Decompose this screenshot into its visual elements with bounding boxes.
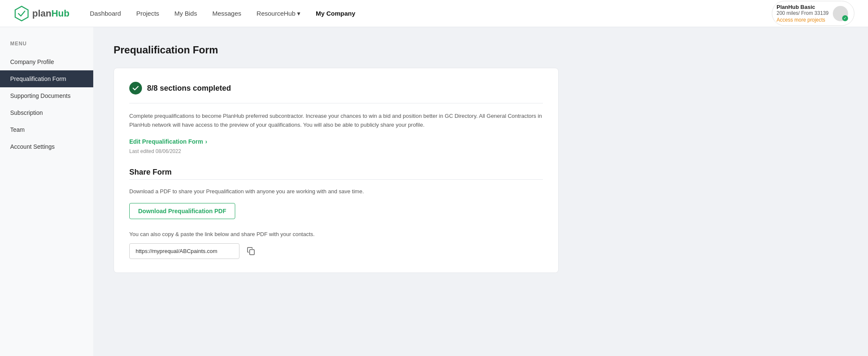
svg-marker-0 <box>15 6 28 20</box>
plan-badge[interactable]: PlanHub Basic 200 miles/ From 33139 Acce… <box>772 1 854 26</box>
plan-badge-link[interactable]: Access more projects <box>776 17 825 23</box>
nav-my-bids[interactable]: My Bids <box>175 10 197 17</box>
plan-badge-text: PlanHub Basic 200 miles/ From 33139 Acce… <box>776 4 829 23</box>
last-edited-text: Last edited 08/06/2022 <box>129 148 543 154</box>
logo-hub-text: Hub <box>51 8 70 19</box>
nav-projects[interactable]: Projects <box>136 10 159 17</box>
navbar: planHub Dashboard Projects My Bids Messa… <box>0 0 868 27</box>
sidebar-item-supporting-documents[interactable]: Supporting Documents <box>0 87 93 104</box>
plan-badge-title: PlanHub Basic <box>776 4 829 10</box>
share-form-title: Share Form <box>129 168 543 177</box>
sidebar-item-team[interactable]: Team <box>0 121 93 138</box>
share-divider <box>129 179 543 180</box>
sidebar-menu-label: MENU <box>0 41 93 53</box>
chevron-down-icon: ▾ <box>297 10 300 17</box>
avatar: ✓ <box>833 6 848 21</box>
sidebar-item-account-settings[interactable]: Account Settings <box>0 138 93 155</box>
logo[interactable]: planHub <box>14 6 70 22</box>
nav-resourcehub[interactable]: ResourceHub ▾ <box>256 10 300 17</box>
card-description: Complete prequalifications to become Pla… <box>129 112 543 130</box>
nav-my-company[interactable]: My Company <box>316 10 355 17</box>
navbar-right: PlanHub Basic 200 miles/ From 33139 Acce… <box>772 1 854 26</box>
svg-rect-1 <box>250 250 254 255</box>
logo-plan-text: plan <box>32 8 51 19</box>
copy-description: You can also copy & paste the link below… <box>129 231 543 237</box>
sidebar-item-prequalification-form[interactable]: Prequalification Form <box>0 70 93 87</box>
verified-check-icon: ✓ <box>842 15 848 21</box>
copy-url-button[interactable] <box>244 244 258 258</box>
card-divider-1 <box>129 103 543 103</box>
nav-dashboard[interactable]: Dashboard <box>90 10 121 17</box>
copy-icon <box>247 247 255 255</box>
completed-text: 8/8 sections completed <box>147 84 231 93</box>
main-content: Prequalification Form 8/8 sections compl… <box>93 27 868 356</box>
nav-messages[interactable]: Messages <box>212 10 241 17</box>
checkmark-icon <box>132 85 139 92</box>
sidebar-item-subscription[interactable]: Subscription <box>0 104 93 121</box>
prequalification-card: 8/8 sections completed Complete prequali… <box>114 68 559 273</box>
plan-badge-subtitle: 200 miles/ From 33139 <box>776 10 829 16</box>
url-copy-row <box>129 243 543 259</box>
edit-prequalification-link[interactable]: Edit Prequalification Form › <box>129 138 207 145</box>
completed-banner: 8/8 sections completed <box>129 82 543 95</box>
navbar-links: Dashboard Projects My Bids Messages Reso… <box>90 10 772 17</box>
share-description: Download a PDF to share your Prequalific… <box>129 188 543 195</box>
sidebar: MENU Company Profile Prequalification Fo… <box>0 27 93 356</box>
page-title: Prequalification Form <box>114 44 848 56</box>
page-layout: MENU Company Profile Prequalification Fo… <box>0 27 868 356</box>
download-prequalification-button[interactable]: Download Prequalification PDF <box>129 203 235 219</box>
logo-icon <box>14 6 30 22</box>
completed-check-badge <box>129 82 142 95</box>
url-input[interactable] <box>129 243 239 259</box>
sidebar-item-company-profile[interactable]: Company Profile <box>0 53 93 70</box>
chevron-right-icon: › <box>205 138 207 145</box>
